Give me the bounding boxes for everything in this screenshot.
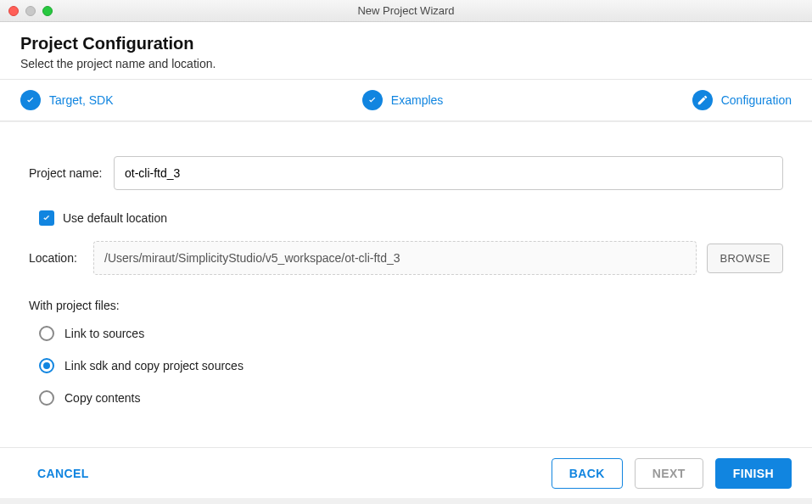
check-icon <box>362 90 383 110</box>
radio-link-sdk-copy-sources[interactable]: Link sdk and copy project sources <box>39 358 783 373</box>
window-titlebar: New Project Wizard <box>0 0 812 22</box>
step-configuration[interactable]: Configuration <box>692 90 792 110</box>
project-name-label: Project name: <box>29 166 114 180</box>
step-target-sdk[interactable]: Target, SDK <box>20 90 113 110</box>
location-input <box>93 241 697 275</box>
radio-icon[interactable] <box>39 390 54 406</box>
radio-label: Copy contents <box>64 391 141 405</box>
page-header: Project Configuration Select the project… <box>0 22 812 79</box>
page-subtitle: Select the project name and location. <box>20 57 792 70</box>
location-row: Location: BROWSE <box>29 241 783 275</box>
browse-button[interactable]: BROWSE <box>707 244 783 273</box>
project-name-row: Project name: <box>29 156 783 190</box>
finish-button[interactable]: FINISH <box>715 458 792 489</box>
with-project-files-label: With project files: <box>29 299 783 312</box>
use-default-location-label: Use default location <box>63 211 167 225</box>
next-button: NEXT <box>635 458 703 489</box>
radio-label: Link sdk and copy project sources <box>64 359 244 372</box>
step-label: Configuration <box>721 93 792 107</box>
form-content: Project name: Use default location Locat… <box>0 121 812 447</box>
use-default-location-row[interactable]: Use default location <box>39 210 783 226</box>
check-icon <box>20 90 41 110</box>
radio-icon[interactable] <box>39 326 54 341</box>
page-title: Project Configuration <box>20 34 792 53</box>
checkbox-checked-icon[interactable] <box>39 210 54 226</box>
radio-copy-contents[interactable]: Copy contents <box>39 390 783 406</box>
step-label: Target, SDK <box>49 93 113 107</box>
radio-link-to-sources[interactable]: Link to sources <box>39 326 783 341</box>
project-name-input[interactable] <box>114 156 783 190</box>
project-files-radio-group: Link to sources Link sdk and copy projec… <box>29 326 783 406</box>
wizard-steps: Target, SDK Examples Configuration <box>0 79 812 121</box>
wizard-footer: CANCEL BACK NEXT FINISH <box>0 447 812 498</box>
window-title: New Project Wizard <box>0 4 812 17</box>
radio-selected-icon[interactable] <box>39 358 54 373</box>
cancel-button[interactable]: CANCEL <box>20 459 106 488</box>
pencil-icon <box>692 90 713 110</box>
back-button[interactable]: BACK <box>552 458 623 489</box>
location-label: Location: <box>29 251 83 265</box>
step-examples[interactable]: Examples <box>362 90 443 110</box>
step-label: Examples <box>391 93 443 107</box>
radio-label: Link to sources <box>64 327 144 340</box>
